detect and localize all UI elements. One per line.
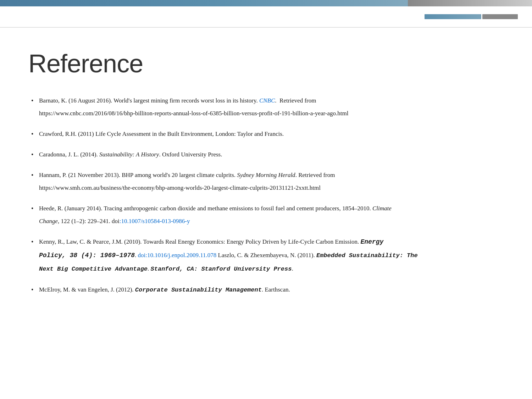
main-content: Reference Barnato, K. (16 August 2016). … [0, 28, 532, 327]
ref-url: https://www.smh.com.au/business/the-econ… [39, 183, 504, 193]
ref-italic-text: Policy, 38 (4): 1969–1978 [39, 252, 135, 259]
list-item: Barnato, K. (16 August 2016). World's la… [28, 96, 504, 118]
header-bar-graphic [425, 14, 518, 19]
header-area [0, 6, 532, 28]
page-title: Reference [28, 49, 504, 78]
ref-text: McElroy, M. & van Engelen, J. (2012). Co… [39, 286, 290, 293]
header-bar-2 [482, 14, 518, 19]
cnbc-link[interactable]: CNBC [259, 97, 275, 104]
top-bar-accent [408, 0, 532, 6]
ref-url: https://www.cnbc.com/2016/08/16/bhp-bill… [39, 109, 504, 118]
list-item: Crawford, R.H. (2011) Life Cycle Assessm… [28, 129, 504, 139]
doi-link[interactable]: :10.1007/s10584-013-0986-y [120, 218, 190, 225]
header-bar-1 [425, 14, 481, 19]
references-list: Barnato, K. (16 August 2016). World's la… [28, 96, 504, 295]
ref-url-text: https://www.smh.com.au/business/the-econ… [39, 184, 321, 191]
ref-url-text: https://www.cnbc.com/2016/08/16/bhp-bill… [39, 110, 348, 117]
ref-text: , 122 (1–2): 229–241. doi:10.1007/s10584… [58, 218, 190, 225]
ref-continuation2: Next Big Competitive Advantage. Stanford… [39, 264, 504, 274]
ref-text: Barnato, K. (16 August 2016). World's la… [39, 97, 316, 104]
list-item: Hannam, P. (21 November 2013). BHP among… [28, 170, 504, 193]
list-item: Heede, R. (January 2014). Tracing anthro… [28, 204, 504, 226]
ref-text: . doi:10.1016/j.enpol.2009.11.078 Laszlo… [135, 252, 418, 259]
ref-continuation: Policy, 38 (4): 1969–1978. doi:10.1016/j… [39, 250, 504, 261]
ref-text2: . Stanford, CA: Stanford University Pres… [148, 265, 293, 272]
doi-label: doi [112, 218, 120, 225]
ref-text: Heede, R. (January 2014). Tracing anthro… [39, 205, 392, 212]
ref-text: Caradonna, J. L. (2014). Sustainability:… [39, 151, 222, 158]
doi-link2[interactable]: doi:10.1016/j.enpol.2009.11.078 [138, 252, 217, 259]
header-right [425, 14, 518, 19]
ref-text: Crawford, R.H. (2011) Life Cycle Assessm… [39, 131, 284, 137]
ref-text: Hannam, P. (21 November 2013). BHP among… [39, 172, 335, 178]
top-bar [0, 0, 532, 6]
list-item: Caradonna, J. L. (2014). Sustainability:… [28, 150, 504, 160]
ref-text: Kenny, R., Law, C. & Pearce, J.M. (2010)… [39, 238, 383, 245]
list-item: McElroy, M. & van Engelen, J. (2012). Co… [28, 285, 504, 295]
list-item: Kenny, R., Law, C. & Pearce, J.M. (2010)… [28, 237, 504, 274]
ref-continuation: Change, 122 (1–2): 229–241. doi:10.1007/… [39, 216, 504, 226]
ref-italic-text2: Next Big Competitive Advantage [39, 266, 148, 272]
ref-italic-text: Change [39, 218, 58, 225]
